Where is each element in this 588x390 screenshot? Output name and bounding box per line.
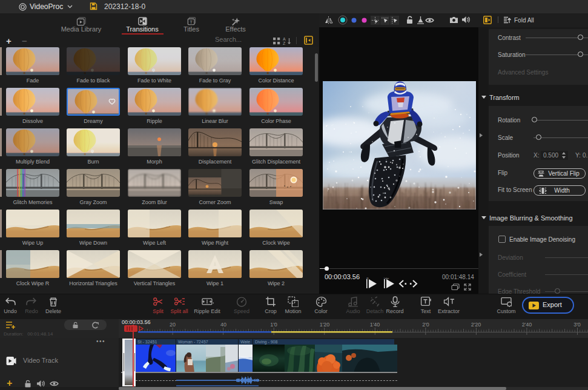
svg-text:A: A [283,37,286,41]
svg-text:Linker: Linker [384,277,389,280]
svg-text:T: T [190,19,193,25]
svg-text:49: 49 [366,277,369,280]
svg-text:Z: Z [283,41,286,45]
